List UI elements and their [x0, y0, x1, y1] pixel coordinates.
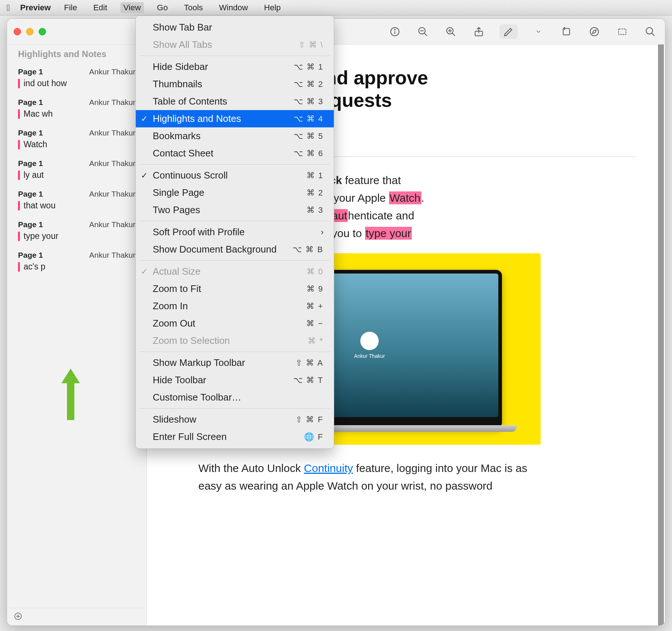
menu-item-label: Highlights and Notes [153, 113, 241, 124]
menu-item-label: Customise Toolbar… [153, 392, 241, 403]
apple-menu-icon[interactable]:  [7, 3, 10, 13]
fullscreen-window-button[interactable] [39, 28, 46, 35]
app-name[interactable]: Preview [20, 3, 51, 13]
menu-item-label: Actual Size [153, 266, 201, 277]
menu-tools[interactable]: Tools [181, 2, 206, 13]
menu-item-show-document-background[interactable]: Show Document Background⌥ ⌘ B [136, 241, 334, 258]
menu-item-continuous-scroll[interactable]: ✓Continuous Scroll⌘ 1 [136, 167, 334, 184]
menu-item-zoom-out[interactable]: Zoom Out⌘ − [136, 315, 334, 332]
menu-item-customise-toolbar[interactable]: Customise Toolbar… [136, 389, 334, 406]
menu-item-actual-size: ✓Actual Size⌘ 0 [136, 263, 334, 280]
menu-item-zoom-in[interactable]: Zoom In⌘ + [136, 297, 334, 315]
menu-item-enter-full-screen[interactable]: Enter Full Screen🌐 F [136, 428, 334, 445]
note-page: Page 1 [18, 220, 43, 229]
submenu-chevron-icon: › [321, 228, 323, 237]
menu-edit[interactable]: Edit [90, 2, 110, 13]
note-excerpt: that wou [24, 201, 56, 211]
markup-options-chevron-icon[interactable] [531, 24, 546, 39]
menu-item-label: Zoom to Fit [153, 283, 201, 295]
note-author: Ankur Thakur [89, 98, 135, 107]
rotate-icon[interactable] [559, 24, 574, 39]
menu-shortcut: ⌥ ⌘ 6 [294, 149, 323, 158]
note-author: Ankur Thakur [89, 251, 135, 260]
menu-item-label: Zoom to Selection [153, 335, 230, 346]
menu-item-single-page[interactable]: Single Page⌘ 2 [136, 184, 334, 201]
menu-item-table-of-contents[interactable]: Table of Contents⌥ ⌘ 3 [136, 93, 334, 110]
menu-shortcut: ⌥ ⌘ 4 [294, 114, 323, 124]
menu-view[interactable]: View [120, 2, 144, 13]
svg-point-2 [395, 29, 395, 30]
menu-shortcut: ⌥ ⌘ 5 [294, 131, 323, 141]
svg-line-15 [652, 33, 655, 36]
note-excerpt: ac's p [24, 262, 45, 272]
sidebar-note[interactable]: Page 1 Ankur Thakur type your [7, 217, 146, 248]
menu-item-thumbnails[interactable]: Thumbnails⌥ ⌘ 2 [136, 75, 334, 93]
menu-shortcut: ⌘ 3 [307, 205, 323, 215]
menu-item-two-pages[interactable]: Two Pages⌘ 3 [136, 201, 334, 219]
share-icon[interactable] [471, 24, 486, 39]
markup-icon[interactable] [499, 24, 518, 39]
continuity-link[interactable]: Continuity [304, 462, 353, 474]
info-icon[interactable] [388, 24, 402, 39]
sidebar-note[interactable]: Page 1 Ankur Thakur Watch [7, 126, 146, 156]
menu-item-contact-sheet[interactable]: Contact Sheet⌥ ⌘ 6 [136, 145, 334, 162]
vertical-scrollbar[interactable] [658, 45, 664, 625]
preview-window: Highlights and Notes Page 1 Ankur Thakur… [7, 18, 665, 626]
menu-shortcut: ⌘ 9 [307, 284, 323, 294]
menu-shortcut: ⌘ * [308, 336, 323, 346]
note-page: Page 1 [18, 159, 43, 168]
note-excerpt: ind out how [24, 78, 67, 88]
highlight-bar-icon [18, 232, 20, 241]
menu-item-label: Show All Tabs [153, 39, 212, 50]
crop-rect-icon[interactable] [615, 24, 630, 39]
menu-item-label: Two Pages [153, 204, 200, 216]
sidebar-title: Highlights and Notes [7, 49, 146, 64]
search-icon[interactable] [643, 24, 658, 39]
menu-help[interactable]: Help [261, 2, 284, 13]
menu-item-zoom-to-fit[interactable]: Zoom to Fit⌘ 9 [136, 280, 334, 297]
sidebar-note[interactable]: Page 1 Ankur Thakur that wou [7, 187, 146, 217]
highlight-bar-icon [18, 79, 20, 88]
sidebar-note[interactable]: Page 1 Ankur Thakur Mac wh [7, 95, 146, 126]
view-menu-dropdown: Show Tab BarShow All Tabs⇧ ⌘ \Hide Sideb… [135, 15, 334, 449]
menu-shortcut: ⇧ ⌘ F [296, 415, 323, 424]
note-author: Ankur Thakur [89, 159, 135, 168]
menu-shortcut: ⌘ 0 [307, 267, 323, 276]
menu-item-zoom-to-selection: Zoom to Selection⌘ * [136, 332, 334, 349]
menu-separator [139, 164, 330, 165]
menu-item-show-markup-toolbar[interactable]: Show Markup Toolbar⇧ ⌘ A [136, 354, 334, 371]
sidebar-note[interactable]: Page 1 Ankur Thakur ac's p [7, 248, 146, 278]
menu-item-show-tab-bar[interactable]: Show Tab Bar [136, 19, 334, 36]
menu-separator [139, 221, 330, 221]
menu-file[interactable]: File [61, 2, 80, 13]
highlights-sidebar: Highlights and Notes Page 1 Ankur Thakur… [7, 45, 147, 625]
sidebar-note[interactable]: Page 1 Ankur Thakur ly aut [7, 156, 146, 187]
menu-item-hide-sidebar[interactable]: Hide Sidebar⌥ ⌘ 1 [136, 58, 334, 75]
note-author: Ankur Thakur [89, 67, 135, 76]
menu-item-highlights-and-notes[interactable]: ✓Highlights and Notes⌥ ⌘ 4 [136, 110, 334, 127]
menu-item-hide-toolbar[interactable]: Hide Toolbar⌥ ⌘ T [136, 371, 334, 389]
minimize-window-button[interactable] [26, 28, 33, 35]
highlight-bar-icon [18, 109, 20, 119]
highlight-bar-icon [18, 201, 20, 211]
menu-item-label: Show Markup Toolbar [153, 357, 245, 369]
close-window-button[interactable] [14, 28, 21, 35]
menu-item-slideshow[interactable]: Slideshow⇧ ⌘ F [136, 411, 334, 428]
note-author: Ankur Thakur [89, 220, 135, 229]
menu-item-show-all-tabs: Show All Tabs⇧ ⌘ \ [136, 36, 334, 53]
zoom-out-icon[interactable] [415, 24, 430, 39]
menu-shortcut: ⌥ ⌘ B [293, 245, 323, 254]
menu-item-label: Enter Full Screen [153, 431, 227, 443]
svg-point-12 [590, 27, 599, 36]
add-note-icon[interactable] [14, 612, 22, 622]
menu-item-bookmarks[interactable]: Bookmarks⌥ ⌘ 5 [136, 127, 334, 145]
menu-window[interactable]: Window [216, 2, 251, 13]
annotate-icon[interactable] [587, 24, 602, 39]
menu-item-soft-proof-with-profile[interactable]: Soft Proof with Profile› [136, 223, 334, 241]
menu-item-label: Slideshow [153, 414, 197, 425]
note-author: Ankur Thakur [89, 128, 135, 137]
sidebar-note[interactable]: Page 1 Ankur Thakur ind out how [7, 64, 146, 95]
zoom-in-icon[interactable] [443, 24, 458, 39]
menu-go[interactable]: Go [154, 2, 171, 13]
menu-shortcut: ⌥ ⌘ 3 [294, 97, 323, 106]
